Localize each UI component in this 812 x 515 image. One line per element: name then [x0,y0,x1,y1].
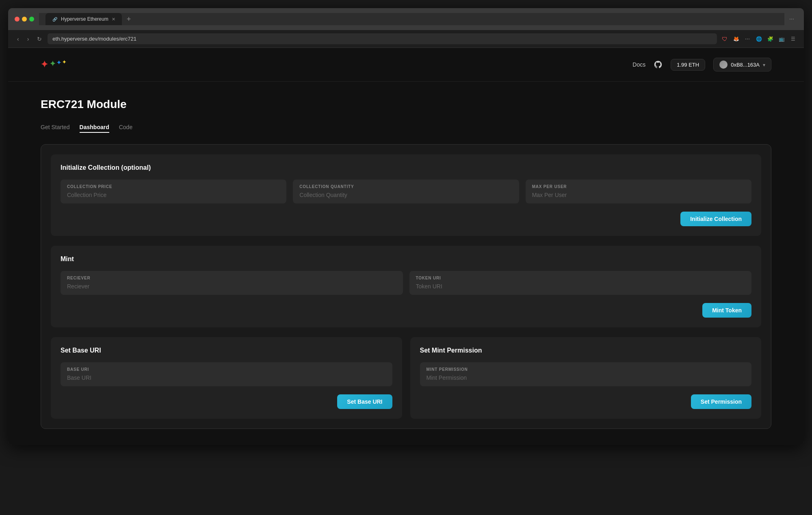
site-header: ✦ ✦ ✦ ✦ Docs 1.99 ETH 0xB8...163A [8,48,804,82]
tab-title-text: Hyperverse Ethereum [61,16,108,22]
tab-favicon: 🔗 [52,16,58,22]
set-mint-permission-section: Set Mint Permission MINT PERMISSION Set … [410,337,762,419]
bottom-grid: Set Base URI BASE URI Set Base URI Set M… [51,337,761,419]
logo-green: ✦ [50,59,56,70]
mint-permission-label: MINT PERMISSION [427,367,745,372]
minimize-button[interactable] [22,17,27,22]
active-tab[interactable]: 🔗 Hyperverse Ethereum ✕ [45,13,122,25]
extension-icon-2[interactable]: ⋯ [743,35,752,43]
browser-toolbar: ‹ › ↻ 🛡 🦊 ⋯ 🌐 🧩 📺 ☰ [8,30,804,48]
address-bar[interactable] [48,33,717,44]
tab-bar: 🔗 Hyperverse Ethereum ✕ + [39,13,784,25]
toolbar-icons: 🛡 🦊 ⋯ 🌐 🧩 📺 ☰ [720,35,797,43]
traffic-lights [15,17,34,22]
collection-quantity-input[interactable] [299,192,512,198]
github-icon[interactable] [654,60,663,69]
close-button[interactable] [15,17,19,22]
forward-button[interactable]: › [25,35,32,43]
mint-section-footer: Mint Token [61,303,751,318]
initialize-collection-footer: Initialize Collection [61,212,751,226]
initialize-collection-title: Initialize Collection (optional) [61,164,751,171]
tab-get-started[interactable]: Get Started [41,124,70,133]
back-button[interactable]: ‹ [15,35,22,43]
reciever-input[interactable] [67,283,396,290]
set-permission-button[interactable]: Set Permission [691,394,751,409]
set-base-uri-button[interactable]: Set Base URI [337,394,392,409]
set-base-uri-title: Set Base URI [61,347,392,354]
wallet-avatar [719,61,728,69]
initialize-collection-section: Initialize Collection (optional) COLLECT… [51,154,761,236]
header-right: Docs 1.99 ETH 0xB8...163A [632,58,771,71]
page-title: ERC721 Module [41,98,771,111]
base-uri-field: BASE URI [61,362,392,386]
max-per-user-input[interactable] [532,192,745,198]
site-logo[interactable]: ✦ ✦ ✦ ✦ [41,59,66,70]
mint-section: Mint RECIEVER TOKEN URI [51,246,761,327]
tab-close-button[interactable]: ✕ [112,17,115,22]
docs-link[interactable]: Docs [632,61,645,68]
reciever-field: RECIEVER [61,271,403,295]
eth-balance: 1.99 ETH [671,59,705,71]
max-per-user-label: MAX PER USER [532,184,745,189]
wallet-address-text: 0xB8...163A [731,62,760,68]
base-uri-label: BASE URI [67,367,386,372]
new-tab-button[interactable]: + [123,13,134,25]
base-uri-input[interactable] [67,374,386,381]
extension-icon-3[interactable]: 🌐 [754,35,763,43]
token-uri-field: TOKEN URI [409,271,752,295]
screen-icon[interactable]: 📺 [777,35,786,43]
initialize-collection-button[interactable]: Initialize Collection [680,212,751,226]
reciever-label: RECIEVER [67,276,396,280]
wallet-address-button[interactable]: 0xB8...163A [713,58,771,71]
wallet-chevron-icon [763,62,765,68]
collection-quantity-field: COLLECTION QUANTITY [293,180,519,203]
menu-icon[interactable]: ☰ [788,35,797,43]
logo-red: ✦ [41,59,48,70]
set-mint-permission-title: Set Mint Permission [420,347,752,354]
collection-price-label: COLLECTION PRICE [67,184,280,189]
window-controls: ⋯ [789,16,797,22]
token-uri-label: TOKEN URI [416,276,745,280]
tab-dashboard[interactable]: Dashboard [80,124,109,133]
brave-icon[interactable]: 🛡 [720,35,729,43]
maximize-button[interactable] [29,17,34,22]
mint-permission-input[interactable] [427,374,745,381]
token-uri-input[interactable] [416,283,745,290]
set-base-uri-section: Set Base URI BASE URI Set Base URI [51,337,402,419]
puzzle-icon[interactable]: 🧩 [766,35,775,43]
set-mint-permission-footer: Set Permission [420,394,752,409]
initialize-collection-fields: COLLECTION PRICE COLLECTION QUANTITY MAX… [61,180,751,203]
eth-balance-value: 1.99 ETH [677,62,699,68]
mint-section-title: Mint [61,255,751,263]
mint-fields: RECIEVER TOKEN URI [61,271,751,295]
collection-price-field: COLLECTION PRICE [61,180,286,203]
browser-chrome: 🔗 Hyperverse Ethereum ✕ + ⋯ ‹ › ↻ 🛡 🦊 ⋯ … [8,8,804,445]
collection-quantity-label: COLLECTION QUANTITY [299,184,512,189]
set-base-uri-footer: Set Base URI [61,394,392,409]
logo-blue: ✦ [56,59,61,70]
collection-price-input[interactable] [67,192,280,198]
page-content: ✦ ✦ ✦ ✦ Docs 1.99 ETH 0xB8...163A [8,48,804,445]
main-content: ERC721 Module Get Started Dashboard Code… [8,82,804,445]
browser-titlebar: 🔗 Hyperverse Ethereum ✕ + ⋯ [8,8,804,30]
logo-yellow: ✦ [62,59,66,70]
mint-token-button[interactable]: Mint Token [702,303,751,318]
tabs-nav: Get Started Dashboard Code [41,124,771,133]
mint-permission-field: MINT PERMISSION [420,362,752,386]
reload-button[interactable]: ↻ [35,35,44,43]
extension-icon-1[interactable]: 🦊 [732,35,741,43]
max-per-user-field: MAX PER USER [526,180,751,203]
outer-card: Initialize Collection (optional) COLLECT… [41,144,771,429]
tab-code[interactable]: Code [119,124,132,133]
